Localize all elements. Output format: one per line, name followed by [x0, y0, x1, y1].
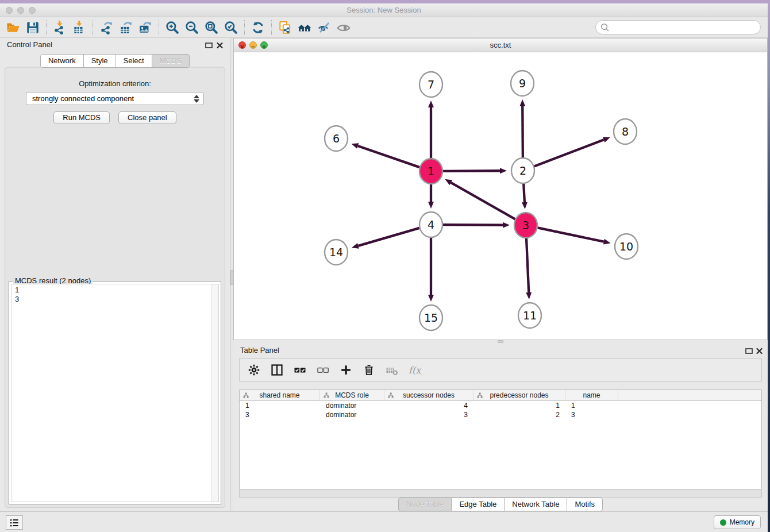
columns-button[interactable] — [270, 363, 284, 377]
cell-shared-name[interactable]: 3 — [240, 411, 320, 419]
graph-node-8[interactable]: 8 — [614, 119, 637, 144]
tab-network-table[interactable]: Network Table — [504, 498, 567, 511]
network-maximize-button[interactable] — [260, 41, 268, 49]
column-header-predecessor-nodes[interactable]: predecessor nodes — [473, 390, 565, 400]
graph-node-7[interactable]: 7 — [419, 72, 442, 97]
svg-text:2: 2 — [519, 164, 526, 177]
cell-name[interactable]: 3 — [565, 411, 618, 419]
cell-predecessor-nodes[interactable]: 2 — [473, 411, 565, 419]
cell-successor-nodes[interactable]: 3 — [384, 411, 473, 419]
zoom-out-button[interactable] — [182, 19, 202, 36]
cell-successor-nodes[interactable]: 4 — [384, 402, 473, 410]
memory-button[interactable]: Memory — [714, 515, 761, 529]
zoom-in-button[interactable] — [163, 19, 182, 36]
network-window-titlebar: scc.txt — [234, 38, 767, 52]
zoom-fit-button[interactable] — [202, 19, 221, 36]
desktop-edge — [768, 0, 770, 532]
export-image-button[interactable] — [136, 19, 155, 36]
table-row[interactable]: 1dominator411 — [240, 401, 761, 410]
float-panel-icon[interactable] — [204, 41, 214, 50]
graph-edge-3-1[interactable] — [451, 183, 515, 219]
close-panel-button[interactable]: Close panel — [118, 111, 176, 124]
list-icon — [8, 517, 21, 529]
column-header-name[interactable]: name — [565, 390, 618, 400]
cell-name[interactable]: 1 — [565, 402, 618, 410]
status-bar: Memory — [0, 511, 768, 532]
column-header-successor-nodes[interactable]: successor nodes — [384, 390, 473, 400]
svg-text:7: 7 — [428, 78, 434, 91]
close-panel-icon[interactable] — [754, 346, 764, 356]
select-all-button[interactable] — [292, 363, 307, 377]
task-history-button[interactable] — [6, 515, 23, 530]
graph-edge-1-6[interactable] — [358, 146, 419, 167]
search-input[interactable] — [595, 20, 761, 34]
tab-motifs[interactable]: Motifs — [567, 498, 603, 511]
mcds-result-area[interactable]: 1 3 — [11, 284, 219, 502]
tab-select[interactable]: Select — [116, 54, 152, 68]
tab-network[interactable]: Network — [40, 54, 84, 68]
duplicate-network-button[interactable] — [275, 19, 295, 36]
network-canvas[interactable]: 7968124314101511 — [234, 52, 767, 340]
column-header-MCDS-role[interactable]: MCDS role — [320, 390, 384, 400]
column-header-shared-name[interactable]: shared name — [240, 390, 320, 400]
graph-node-3[interactable]: 3 — [514, 213, 537, 238]
network-close-button[interactable] — [238, 41, 246, 49]
preview-button[interactable] — [334, 19, 353, 36]
graph-node-6[interactable]: 6 — [325, 126, 348, 151]
graph-node-15[interactable]: 15 — [419, 305, 442, 330]
graph-node-11[interactable]: 11 — [518, 303, 541, 328]
close-panel-icon[interactable] — [215, 41, 225, 50]
graph-edge-1-2[interactable] — [443, 171, 500, 171]
cell-MCDS-role[interactable]: dominator — [320, 402, 384, 410]
graph-node-9[interactable]: 9 — [511, 71, 534, 96]
graph-edge-4-3[interactable] — [443, 225, 503, 225]
save-session-button[interactable] — [23, 19, 43, 36]
refresh-button[interactable] — [248, 19, 268, 36]
home-button[interactable] — [295, 19, 314, 36]
graph-node-10[interactable]: 10 — [615, 234, 638, 259]
window-title: Session: New Session — [0, 3, 768, 17]
graph-node-14[interactable]: 14 — [325, 240, 348, 265]
export-network-button[interactable] — [97, 19, 116, 36]
zoom-selected-button[interactable] — [221, 19, 241, 36]
app-window: Session: New Session Control Panel Netwo… — [0, 3, 768, 532]
window-minimize-button[interactable] — [17, 7, 24, 14]
window-close-button[interactable] — [6, 7, 13, 14]
deselect-all-button[interactable] — [315, 363, 330, 377]
import-network-button[interactable] — [50, 19, 70, 36]
export-table-button[interactable] — [116, 19, 136, 36]
graph-edge-3-10[interactable] — [538, 228, 604, 241]
run-mcds-button[interactable]: Run MCDS — [53, 111, 110, 124]
toolbar-separator — [46, 20, 47, 35]
graph-edge-2-9[interactable] — [522, 106, 523, 159]
tab-edge-table[interactable]: Edge Table — [451, 498, 505, 511]
graph-node-1[interactable]: 1 — [419, 159, 442, 184]
cell-shared-name[interactable]: 1 — [240, 402, 320, 410]
import-table-button[interactable] — [70, 19, 89, 36]
window-zoom-button[interactable] — [29, 7, 36, 14]
network-window-title: scc.txt — [234, 38, 767, 52]
table-row[interactable]: 3dominator323 — [240, 410, 761, 419]
graph-edge-3-11[interactable] — [526, 237, 529, 292]
graph-edge-4-14[interactable] — [358, 228, 419, 246]
add-row-button[interactable] — [338, 363, 353, 377]
tab-mcds[interactable]: MCDS — [152, 54, 190, 68]
cell-MCDS-role[interactable]: dominator — [320, 411, 384, 419]
graph-node-2[interactable]: 2 — [511, 158, 534, 183]
show-hide-panels-button[interactable] — [314, 19, 334, 36]
tab-style[interactable]: Style — [83, 54, 116, 68]
graph-edge-2-8[interactable] — [534, 140, 604, 166]
float-panel-icon[interactable] — [744, 346, 754, 356]
gear-button[interactable] — [247, 363, 261, 377]
cell-predecessor-nodes[interactable]: 1 — [473, 402, 565, 410]
graph-edge-2-3[interactable] — [523, 183, 525, 202]
graph-node-4[interactable]: 4 — [419, 212, 442, 237]
toolbar-separator — [271, 20, 272, 35]
splitter-handle[interactable] — [498, 340, 503, 343]
delete-row-button[interactable] — [361, 363, 376, 377]
open-session-button[interactable] — [3, 19, 23, 36]
result-scrollbar[interactable] — [211, 284, 218, 502]
network-minimize-button[interactable] — [249, 41, 257, 49]
optimization-criterion-select[interactable]: strongly connected component — [26, 92, 204, 105]
tab-node-table[interactable]: Node Table — [398, 498, 452, 511]
